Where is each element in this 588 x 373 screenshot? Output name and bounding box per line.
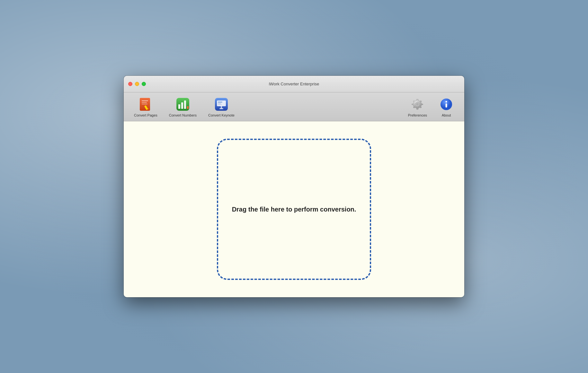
maximize-button[interactable] — [142, 82, 146, 86]
svg-rect-2 — [142, 100, 148, 101]
svg-rect-26 — [446, 103, 447, 108]
app-window: iWork Converter Enterprise — [124, 76, 464, 297]
minimize-button[interactable] — [135, 82, 139, 86]
content-area[interactable]: Drag the file here to perform conversion… — [124, 121, 464, 297]
preferences-button[interactable]: Preferences — [403, 95, 432, 119]
svg-rect-13 — [184, 100, 185, 109]
preferences-label: Preferences — [408, 113, 427, 117]
numbers-icon — [175, 97, 191, 112]
convert-pages-label: Convert Pages — [134, 113, 157, 117]
about-label: About — [442, 113, 451, 117]
convert-pages-button[interactable]: Convert Pages — [129, 95, 163, 119]
convert-numbers-button[interactable]: Convert Numbers — [164, 95, 202, 119]
pages-icon — [138, 97, 153, 112]
svg-rect-12 — [181, 102, 182, 109]
drop-zone-text: Drag the file here to perform conversion… — [232, 206, 356, 213]
svg-rect-21 — [219, 108, 223, 109]
convert-keynote-button[interactable]: Convert Keynote — [203, 95, 240, 119]
titlebar: iWork Converter Enterprise — [124, 76, 464, 92]
svg-rect-18 — [218, 103, 221, 104]
svg-rect-11 — [178, 104, 179, 109]
svg-point-23 — [416, 103, 419, 106]
drop-zone[interactable]: Drag the file here to perform conversion… — [217, 139, 371, 280]
window-title: iWork Converter Enterprise — [269, 82, 319, 86]
info-icon — [439, 97, 454, 112]
svg-rect-3 — [142, 102, 147, 103]
convert-keynote-label: Convert Keynote — [208, 113, 235, 117]
window-controls — [124, 82, 146, 86]
svg-point-25 — [446, 101, 447, 102]
svg-rect-14 — [187, 106, 189, 109]
about-button[interactable]: About — [433, 95, 459, 119]
close-button[interactable] — [128, 82, 132, 86]
svg-rect-4 — [142, 104, 147, 104]
convert-numbers-label: Convert Numbers — [169, 113, 197, 117]
svg-rect-17 — [218, 102, 222, 102]
toolbar: Convert Pages — [124, 92, 464, 121]
gear-icon — [410, 97, 425, 112]
svg-rect-19 — [218, 104, 222, 105]
keynote-icon — [214, 97, 229, 112]
svg-rect-20 — [221, 106, 222, 108]
